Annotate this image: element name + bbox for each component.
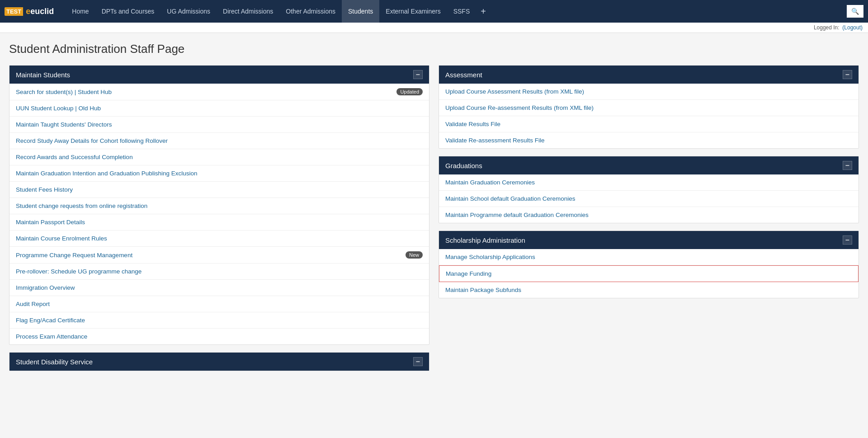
nav-direct-admissions[interactable]: Direct Admissions xyxy=(217,0,279,23)
link-graduation-ceremonies[interactable]: Maintain Graduation Ceremonies xyxy=(445,179,535,186)
panel-assessment-header: Assessment – xyxy=(439,66,859,84)
link-course-enrolment[interactable]: Maintain Course Enrolment Rules xyxy=(16,235,107,242)
panel-graduations-title: Graduations xyxy=(445,162,482,170)
list-item-manage-funding[interactable]: Manage Funding xyxy=(439,265,859,282)
panel-scholarship: Scholarship Administration – Manage Scho… xyxy=(439,231,859,298)
link-pre-rollover[interactable]: Pre-rollover: Schedule UG programme chan… xyxy=(16,268,142,275)
list-item[interactable]: Audit Report xyxy=(9,296,429,312)
link-student-fees[interactable]: Student Fees History xyxy=(16,186,73,193)
list-item[interactable]: Pre-rollover: Schedule UG programme chan… xyxy=(9,264,429,280)
list-item[interactable]: Programme Change Request Management New xyxy=(9,247,429,264)
list-item[interactable]: Record Awards and Successful Completion xyxy=(9,149,429,165)
panel-maintain-students: Maintain Students – Search for student(s… xyxy=(9,65,429,345)
list-item[interactable]: Manage Scholarship Applications xyxy=(439,249,859,265)
list-item[interactable]: Flag Eng/Acad Certificate xyxy=(9,312,429,329)
list-item[interactable]: Process Exam Attendance xyxy=(9,329,429,344)
list-item[interactable]: Search for student(s) | Student Hub Upda… xyxy=(9,84,429,100)
list-item[interactable]: Maintain Passport Details xyxy=(9,214,429,231)
link-change-requests[interactable]: Student change requests from online regi… xyxy=(16,203,147,209)
link-programme-change[interactable]: Programme Change Request Management xyxy=(16,252,132,259)
link-validate-reassessment[interactable]: Validate Re-assessment Results File xyxy=(445,137,545,144)
link-immigration[interactable]: Immigration Overview xyxy=(16,284,75,291)
panel-scholarship-title: Scholarship Administration xyxy=(445,236,525,244)
link-audit[interactable]: Audit Report xyxy=(16,301,50,307)
list-item[interactable]: Maintain Graduation Intention and Gradua… xyxy=(9,165,429,182)
link-taught-directors[interactable]: Maintain Taught Students' Directors xyxy=(16,121,112,128)
link-upload-reassessment[interactable]: Upload Course Re-assessment Results (fro… xyxy=(445,104,594,111)
panel-scholarship-toggle[interactable]: – xyxy=(843,235,852,245)
nav-dpts-courses[interactable]: DPTs and Courses xyxy=(95,0,161,23)
panel-student-disability: Student Disability Service – xyxy=(9,352,429,371)
panel-assessment: Assessment – Upload Course Assessment Re… xyxy=(439,65,859,149)
link-programme-default-ceremonies[interactable]: Maintain Programme default Graduation Ce… xyxy=(445,212,589,218)
list-item[interactable]: Maintain Package Subfunds xyxy=(439,282,859,298)
panel-graduations-toggle[interactable]: – xyxy=(843,161,852,170)
list-item[interactable]: Immigration Overview xyxy=(9,280,429,296)
list-item[interactable]: Maintain Course Enrolment Rules xyxy=(9,231,429,247)
page-content: Student Administration Staff Page Mainta… xyxy=(0,33,868,380)
panel-assessment-body: Upload Course Assessment Results (from X… xyxy=(439,84,859,148)
right-column: Assessment – Upload Course Assessment Re… xyxy=(439,65,859,371)
link-study-away[interactable]: Record Study Away Details for Cohort fol… xyxy=(16,137,168,144)
panel-graduations-header: Graduations – xyxy=(439,156,859,174)
list-item[interactable]: Maintain Programme default Graduation Ce… xyxy=(439,207,859,223)
list-item[interactable]: Maintain Graduation Ceremonies xyxy=(439,174,859,191)
panel-maintain-students-body: Search for student(s) | Student Hub Upda… xyxy=(9,84,429,344)
link-passport[interactable]: Maintain Passport Details xyxy=(16,219,85,226)
brand-euclid-label: eeuclid xyxy=(23,6,57,17)
link-school-default-ceremonies[interactable]: Maintain School default Graduation Cerem… xyxy=(445,195,575,202)
nav-external-examiners[interactable]: External Examiners xyxy=(379,0,447,23)
logged-in-label: Logged In: xyxy=(814,24,840,31)
navbar: TEST eeuclid Home DPTs and Courses UG Ad… xyxy=(0,0,868,23)
link-exam-attendance[interactable]: Process Exam Attendance xyxy=(16,333,87,340)
panel-graduations: Graduations – Maintain Graduation Ceremo… xyxy=(439,156,859,223)
list-item[interactable]: Student change requests from online regi… xyxy=(9,198,429,214)
list-item[interactable]: UUN Student Lookup | Old Hub xyxy=(9,100,429,117)
panel-student-disability-title: Student Disability Service xyxy=(16,358,93,366)
badge-updated: Updated xyxy=(396,88,423,95)
link-flag-eng[interactable]: Flag Eng/Acad Certificate xyxy=(16,317,85,324)
page-title: Student Administration Staff Page xyxy=(9,42,859,56)
panel-maintain-students-toggle[interactable]: – xyxy=(413,70,423,79)
nav-plus-button[interactable]: + xyxy=(476,0,491,23)
logged-in-bar: Logged In: (Logout) xyxy=(0,23,868,33)
list-item[interactable]: Validate Results File xyxy=(439,116,859,132)
nav-other-admissions[interactable]: Other Admissions xyxy=(279,0,342,23)
link-validate-results[interactable]: Validate Results File xyxy=(445,121,500,127)
link-package-subfunds[interactable]: Maintain Package Subfunds xyxy=(445,287,521,293)
list-item[interactable]: Maintain School default Graduation Cerem… xyxy=(439,191,859,207)
panel-scholarship-body: Manage Scholarship Applications Manage F… xyxy=(439,249,859,298)
link-search-student[interactable]: Search for student(s) | Student Hub xyxy=(16,89,112,95)
search-button[interactable]: 🔍 xyxy=(847,5,863,18)
panel-student-disability-toggle[interactable]: – xyxy=(413,357,423,366)
panel-student-disability-header: Student Disability Service – xyxy=(9,353,429,371)
panel-scholarship-header: Scholarship Administration – xyxy=(439,231,859,249)
panel-graduations-body: Maintain Graduation Ceremonies Maintain … xyxy=(439,174,859,223)
nav-home[interactable]: Home xyxy=(66,0,95,23)
badge-new: New xyxy=(406,251,423,259)
panel-maintain-students-header: Maintain Students – xyxy=(9,66,429,84)
list-item[interactable]: Maintain Taught Students' Directors xyxy=(9,117,429,133)
brand-test-label: TEST xyxy=(5,7,23,16)
list-item[interactable]: Student Fees History xyxy=(9,182,429,198)
link-graduation-intention[interactable]: Maintain Graduation Intention and Gradua… xyxy=(16,170,198,177)
list-item[interactable]: Record Study Away Details for Cohort fol… xyxy=(9,133,429,149)
link-uun-lookup[interactable]: UUN Student Lookup | Old Hub xyxy=(16,105,101,112)
panel-assessment-title: Assessment xyxy=(445,71,482,79)
link-manage-scholarship[interactable]: Manage Scholarship Applications xyxy=(445,254,535,260)
logout-link[interactable]: (Logout) xyxy=(842,24,863,31)
panel-assessment-toggle[interactable]: – xyxy=(843,70,852,79)
link-record-awards[interactable]: Record Awards and Successful Completion xyxy=(16,154,133,160)
nav-ssfs[interactable]: SSFS xyxy=(447,0,476,23)
two-column-layout: Maintain Students – Search for student(s… xyxy=(9,65,859,371)
list-item[interactable]: Upload Course Re-assessment Results (fro… xyxy=(439,100,859,116)
link-upload-assessment[interactable]: Upload Course Assessment Results (from X… xyxy=(445,88,584,95)
nav-links: Home DPTs and Courses UG Admissions Dire… xyxy=(66,0,847,23)
nav-ug-admissions[interactable]: UG Admissions xyxy=(160,0,217,23)
list-item[interactable]: Upload Course Assessment Results (from X… xyxy=(439,84,859,100)
left-column: Maintain Students – Search for student(s… xyxy=(9,65,429,371)
list-item[interactable]: Validate Re-assessment Results File xyxy=(439,132,859,148)
brand-logo[interactable]: TEST eeuclid xyxy=(5,6,57,17)
nav-students[interactable]: Students xyxy=(342,0,379,23)
link-manage-funding[interactable]: Manage Funding xyxy=(446,270,491,277)
